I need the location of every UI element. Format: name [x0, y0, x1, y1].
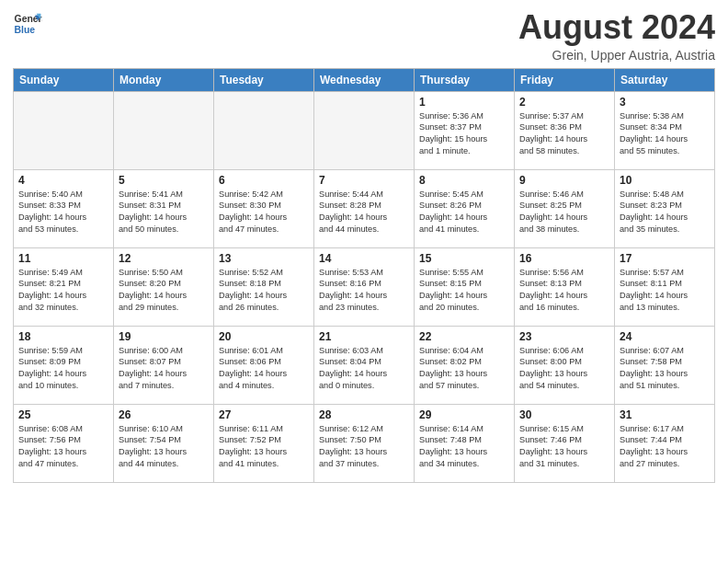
- day-info: Sunrise: 5:36 AM Sunset: 8:37 PM Dayligh…: [419, 110, 509, 158]
- header-thursday: Thursday: [415, 68, 515, 91]
- table-row: 14Sunrise: 5:53 AM Sunset: 8:16 PM Dayli…: [314, 247, 415, 326]
- day-info: Sunrise: 5:46 AM Sunset: 8:25 PM Dayligh…: [519, 189, 609, 236]
- calendar-table: Sunday Monday Tuesday Wednesday Thursday…: [13, 68, 715, 483]
- day-number: 27: [219, 408, 309, 421]
- table-row: 5Sunrise: 5:41 AM Sunset: 8:31 PM Daylig…: [114, 169, 214, 247]
- table-row: 29Sunrise: 6:14 AM Sunset: 7:48 PM Dayli…: [415, 404, 515, 482]
- day-info: Sunrise: 5:50 AM Sunset: 8:20 PM Dayligh…: [119, 267, 209, 315]
- day-number: 31: [620, 408, 710, 421]
- day-number: 23: [519, 330, 609, 343]
- table-row: 4Sunrise: 5:40 AM Sunset: 8:33 PM Daylig…: [14, 169, 114, 247]
- header-saturday: Saturday: [615, 68, 715, 91]
- day-number: 29: [419, 408, 509, 421]
- day-info: Sunrise: 5:38 AM Sunset: 8:34 PM Dayligh…: [620, 110, 710, 158]
- day-info: Sunrise: 6:07 AM Sunset: 7:58 PM Dayligh…: [620, 345, 710, 393]
- table-row: [214, 91, 314, 169]
- table-row: 15Sunrise: 5:55 AM Sunset: 8:15 PM Dayli…: [415, 247, 515, 326]
- table-row: 21Sunrise: 6:03 AM Sunset: 8:04 PM Dayli…: [314, 326, 415, 404]
- day-number: 30: [519, 408, 609, 421]
- day-info: Sunrise: 5:53 AM Sunset: 8:16 PM Dayligh…: [319, 267, 409, 315]
- day-number: 18: [18, 330, 108, 343]
- day-info: Sunrise: 5:52 AM Sunset: 8:18 PM Dayligh…: [219, 267, 309, 315]
- header-monday: Monday: [114, 68, 214, 91]
- day-number: 4: [18, 174, 108, 187]
- day-number: 16: [519, 252, 609, 265]
- table-row: 22Sunrise: 6:04 AM Sunset: 8:02 PM Dayli…: [415, 326, 515, 404]
- day-info: Sunrise: 6:04 AM Sunset: 8:02 PM Dayligh…: [419, 345, 509, 393]
- day-info: Sunrise: 5:40 AM Sunset: 8:33 PM Dayligh…: [18, 189, 108, 236]
- day-info: Sunrise: 5:45 AM Sunset: 8:26 PM Dayligh…: [419, 189, 509, 236]
- day-number: 11: [18, 252, 108, 265]
- day-number: 24: [620, 330, 710, 343]
- day-number: 10: [620, 174, 710, 187]
- day-number: 14: [319, 252, 409, 265]
- table-row: 20Sunrise: 6:01 AM Sunset: 8:06 PM Dayli…: [214, 326, 314, 404]
- table-row: 2Sunrise: 5:37 AM Sunset: 8:36 PM Daylig…: [515, 91, 615, 169]
- day-info: Sunrise: 5:41 AM Sunset: 8:31 PM Dayligh…: [119, 189, 209, 236]
- day-number: 19: [119, 330, 209, 343]
- header-wednesday: Wednesday: [314, 68, 415, 91]
- header-sunday: Sunday: [14, 68, 114, 91]
- day-number: 8: [419, 174, 509, 187]
- day-info: Sunrise: 6:17 AM Sunset: 7:44 PM Dayligh…: [620, 423, 710, 471]
- weekday-header-row: Sunday Monday Tuesday Wednesday Thursday…: [14, 68, 715, 91]
- day-info: Sunrise: 5:55 AM Sunset: 8:15 PM Dayligh…: [419, 267, 509, 315]
- day-info: Sunrise: 5:44 AM Sunset: 8:28 PM Dayligh…: [319, 189, 409, 236]
- table-row: 30Sunrise: 6:15 AM Sunset: 7:46 PM Dayli…: [515, 404, 615, 482]
- day-number: 6: [219, 174, 309, 187]
- table-row: 19Sunrise: 6:00 AM Sunset: 8:07 PM Dayli…: [114, 326, 214, 404]
- day-info: Sunrise: 6:12 AM Sunset: 7:50 PM Dayligh…: [319, 423, 409, 471]
- table-row: 17Sunrise: 5:57 AM Sunset: 8:11 PM Dayli…: [615, 247, 715, 326]
- day-number: 1: [419, 96, 509, 109]
- header: General Blue August 2024 Grein, Upper Au…: [13, 9, 715, 63]
- table-row: [114, 91, 214, 169]
- svg-text:Blue: Blue: [15, 25, 36, 35]
- table-row: [314, 91, 415, 169]
- table-row: 1Sunrise: 5:36 AM Sunset: 8:37 PM Daylig…: [415, 91, 515, 169]
- table-row: [14, 91, 114, 169]
- table-row: 12Sunrise: 5:50 AM Sunset: 8:20 PM Dayli…: [114, 247, 214, 326]
- header-friday: Friday: [515, 68, 615, 91]
- table-row: 6Sunrise: 5:42 AM Sunset: 8:30 PM Daylig…: [214, 169, 314, 247]
- table-row: 18Sunrise: 5:59 AM Sunset: 8:09 PM Dayli…: [14, 326, 114, 404]
- day-info: Sunrise: 6:03 AM Sunset: 8:04 PM Dayligh…: [319, 345, 409, 393]
- day-number: 28: [319, 408, 409, 421]
- table-row: 31Sunrise: 6:17 AM Sunset: 7:44 PM Dayli…: [615, 404, 715, 482]
- day-info: Sunrise: 5:37 AM Sunset: 8:36 PM Dayligh…: [519, 110, 609, 158]
- calendar-week-row: 1Sunrise: 5:36 AM Sunset: 8:37 PM Daylig…: [14, 91, 715, 169]
- logo: General Blue: [13, 9, 42, 39]
- day-number: 5: [119, 174, 209, 187]
- day-info: Sunrise: 6:01 AM Sunset: 8:06 PM Dayligh…: [219, 345, 309, 393]
- day-info: Sunrise: 5:42 AM Sunset: 8:30 PM Dayligh…: [219, 189, 309, 236]
- day-info: Sunrise: 6:11 AM Sunset: 7:52 PM Dayligh…: [219, 423, 309, 471]
- day-info: Sunrise: 6:08 AM Sunset: 7:56 PM Dayligh…: [18, 423, 108, 471]
- day-number: 22: [419, 330, 509, 343]
- table-row: 3Sunrise: 5:38 AM Sunset: 8:34 PM Daylig…: [615, 91, 715, 169]
- day-number: 15: [419, 252, 509, 265]
- table-row: 11Sunrise: 5:49 AM Sunset: 8:21 PM Dayli…: [14, 247, 114, 326]
- day-number: 3: [620, 96, 710, 109]
- table-row: 24Sunrise: 6:07 AM Sunset: 7:58 PM Dayli…: [615, 326, 715, 404]
- day-number: 21: [319, 330, 409, 343]
- table-row: 10Sunrise: 5:48 AM Sunset: 8:23 PM Dayli…: [615, 169, 715, 247]
- table-row: 23Sunrise: 6:06 AM Sunset: 8:00 PM Dayli…: [515, 326, 615, 404]
- day-info: Sunrise: 6:14 AM Sunset: 7:48 PM Dayligh…: [419, 423, 509, 471]
- day-number: 13: [219, 252, 309, 265]
- table-row: 25Sunrise: 6:08 AM Sunset: 7:56 PM Dayli…: [14, 404, 114, 482]
- table-row: 9Sunrise: 5:46 AM Sunset: 8:25 PM Daylig…: [515, 169, 615, 247]
- day-number: 17: [620, 252, 710, 265]
- day-number: 25: [18, 408, 108, 421]
- day-info: Sunrise: 6:10 AM Sunset: 7:54 PM Dayligh…: [119, 423, 209, 471]
- day-info: Sunrise: 6:06 AM Sunset: 8:00 PM Dayligh…: [519, 345, 609, 393]
- day-info: Sunrise: 5:49 AM Sunset: 8:21 PM Dayligh…: [18, 267, 108, 315]
- page: General Blue August 2024 Grein, Upper Au…: [0, 0, 728, 563]
- location-subtitle: Grein, Upper Austria, Austria: [518, 48, 715, 63]
- day-info: Sunrise: 5:59 AM Sunset: 8:09 PM Dayligh…: [18, 345, 108, 393]
- table-row: 16Sunrise: 5:56 AM Sunset: 8:13 PM Dayli…: [515, 247, 615, 326]
- day-number: 12: [119, 252, 209, 265]
- day-number: 20: [219, 330, 309, 343]
- day-number: 7: [319, 174, 409, 187]
- table-row: 8Sunrise: 5:45 AM Sunset: 8:26 PM Daylig…: [415, 169, 515, 247]
- month-title: August 2024: [518, 9, 715, 46]
- calendar-week-row: 18Sunrise: 5:59 AM Sunset: 8:09 PM Dayli…: [14, 326, 715, 404]
